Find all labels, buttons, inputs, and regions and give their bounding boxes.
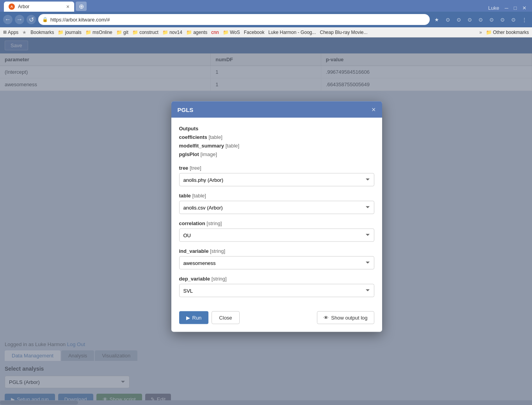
browser-icon-6[interactable]: ⊙ bbox=[498, 15, 507, 24]
label-dep-variable: dep_variable [string] bbox=[179, 276, 374, 282]
field-correlation: correlation [string] OU BM Pagel bbox=[179, 220, 374, 242]
bookmarks-bar: ⊞ Apps ★ Bookmarks 📁 journals 📁 msOnline… bbox=[0, 27, 532, 37]
browser-icon-1[interactable]: ⊙ bbox=[443, 15, 452, 24]
field-ind-variable: ind_variable [string] awesomeness SVL bbox=[179, 248, 374, 270]
reload-button[interactable]: ↺ bbox=[27, 15, 36, 24]
browser-icon-3[interactable]: ⊙ bbox=[465, 15, 474, 24]
bookmark-star-icon[interactable]: ★ bbox=[432, 15, 441, 24]
table-select[interactable]: anolis.csv (Arbor) bbox=[179, 201, 374, 214]
field-table: table [table] anolis.csv (Arbor) bbox=[179, 193, 374, 214]
tree-select[interactable]: anolis.phy (Arbor) bbox=[179, 173, 374, 187]
ind-variable-select[interactable]: awesomeness SVL bbox=[179, 256, 374, 270]
outputs-heading: Outputs bbox=[179, 126, 374, 131]
output-coefficients: coefficients [table] bbox=[179, 133, 374, 142]
label-correlation: correlation [string] bbox=[179, 220, 374, 226]
bm-nov14[interactable]: 📁 nov14 bbox=[162, 30, 182, 35]
modal-action-buttons: ▶ Run Close bbox=[179, 311, 240, 324]
browser-icon-2[interactable]: ⊙ bbox=[454, 15, 463, 24]
browser-icon-4[interactable]: ⊙ bbox=[476, 15, 485, 24]
tab-title: Arbor bbox=[18, 4, 29, 9]
run-button[interactable]: ▶ Run bbox=[179, 311, 209, 324]
window-close-button[interactable]: ✕ bbox=[520, 4, 529, 12]
bm-journals[interactable]: 📁 journals bbox=[58, 30, 81, 35]
run-play-icon: ▶ bbox=[186, 315, 190, 321]
output-log-label: Show output log bbox=[331, 315, 367, 321]
window-minimize-button[interactable]: ─ bbox=[502, 4, 511, 12]
forward-button[interactable]: → bbox=[15, 15, 24, 24]
navigation-bar: ← → ↺ 🔒 https://arbor.kitware.com/# ★ ⊙ … bbox=[0, 12, 532, 27]
modal-title: PGLS bbox=[178, 106, 194, 113]
browser-icon-5[interactable]: ⊙ bbox=[487, 15, 496, 24]
correlation-select[interactable]: OU BM Pagel bbox=[179, 229, 374, 242]
other-bookmarks[interactable]: 📁 Other bookmarks bbox=[486, 30, 529, 35]
page-content: Save parameter numDF p-value (Intercept)… bbox=[0, 37, 532, 405]
show-output-log-button[interactable]: 👁 Show output log bbox=[317, 311, 374, 324]
menu-icon[interactable]: ⋮ bbox=[520, 15, 529, 24]
field-tree: tree [tree] anolis.phy (Arbor) bbox=[179, 165, 374, 187]
modal-header: PGLS × bbox=[171, 101, 382, 118]
bm-cheapbluray[interactable]: Cheap Blu-ray Movie... bbox=[320, 30, 367, 35]
apps-label: Apps bbox=[8, 30, 18, 35]
output-type-2: [image] bbox=[200, 151, 217, 157]
browser-icon-7[interactable]: ⊙ bbox=[509, 15, 518, 24]
back-button[interactable]: ← bbox=[3, 15, 12, 24]
label-table: table [table] bbox=[179, 193, 374, 199]
apps-link[interactable]: ⊞ Apps bbox=[3, 30, 18, 35]
modal-close-button[interactable]: × bbox=[372, 106, 376, 113]
window-user-label: Luke bbox=[486, 4, 502, 12]
output-name-2: pglsPlot bbox=[179, 151, 199, 157]
window-maximize-button[interactable]: □ bbox=[511, 4, 519, 12]
modal-footer: ▶ Run Close 👁 Show output log bbox=[171, 311, 382, 332]
browser-toolbar-icons: ★ ⊙ ⊙ ⊙ ⊙ ⊙ ⊙ ⊙ ⋮ bbox=[432, 15, 529, 24]
label-tree: tree [tree] bbox=[179, 165, 374, 171]
output-name-0: coefficients bbox=[179, 134, 207, 140]
pgls-modal: PGLS × Outputs coefficients [table] mode… bbox=[171, 101, 382, 332]
tab-favicon: A bbox=[9, 4, 15, 10]
output-pglsplot: pglsPlot [image] bbox=[179, 150, 374, 159]
tab-bar: A Arbor × ⊕ Luke ─ □ ✕ bbox=[0, 0, 532, 12]
bm-construct[interactable]: 📁 construct bbox=[132, 30, 158, 35]
bm-git[interactable]: 📁 git bbox=[116, 30, 128, 35]
apps-grid-icon: ⊞ bbox=[3, 30, 7, 35]
bm-wos[interactable]: 📁 WoS bbox=[223, 30, 240, 35]
browser-tab[interactable]: A Arbor × bbox=[4, 2, 74, 12]
output-type-1: [table] bbox=[226, 143, 239, 149]
bm-agents[interactable]: 📁 agents bbox=[186, 30, 207, 35]
output-type-0: [table] bbox=[208, 134, 222, 140]
field-dep-variable: dep_variable [string] SVL awesomeness bbox=[179, 276, 374, 297]
bm-facebook[interactable]: Facebook bbox=[244, 30, 265, 35]
output-modelfit: modelfit_summary [table] bbox=[179, 142, 374, 150]
address-bar[interactable]: 🔒 https://arbor.kitware.com/# bbox=[38, 14, 430, 25]
eye-icon: 👁 bbox=[324, 315, 329, 321]
new-tab-button[interactable]: ⊕ bbox=[76, 2, 87, 11]
output-name-1: modelfit_summary bbox=[179, 143, 224, 149]
label-ind-variable: ind_variable [string] bbox=[179, 248, 374, 254]
more-bookmarks-button[interactable]: » bbox=[479, 30, 482, 35]
run-label: Run bbox=[192, 315, 202, 321]
close-button[interactable]: Close bbox=[212, 311, 239, 324]
bm-msonline[interactable]: 📁 msOnline bbox=[85, 30, 112, 35]
bm-lukeharmon[interactable]: Luke Harmon - Goog... bbox=[268, 30, 316, 35]
window-controls: Luke ─ □ ✕ bbox=[486, 4, 529, 12]
outputs-section: Outputs coefficients [table] modelfit_su… bbox=[179, 126, 374, 159]
modal-body: Outputs coefficients [table] modelfit_su… bbox=[171, 118, 382, 311]
dep-variable-select[interactable]: SVL awesomeness bbox=[179, 284, 374, 297]
tab-close-button[interactable]: × bbox=[66, 4, 69, 10]
url-text: https://arbor.kitware.com/# bbox=[50, 17, 110, 23]
bookmarks-label[interactable]: Bookmarks bbox=[30, 30, 54, 35]
bookmarks-text: Bookmarks bbox=[30, 30, 54, 35]
bm-cnn[interactable]: cnn bbox=[211, 30, 219, 35]
ssl-lock-icon: 🔒 bbox=[42, 17, 48, 22]
